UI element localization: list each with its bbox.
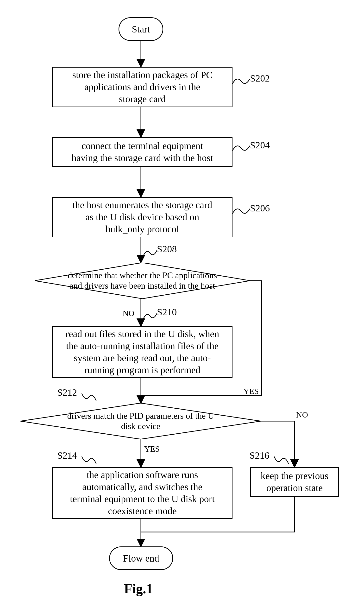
figure-label: Fig.1: [124, 581, 153, 596]
flow-arrows: [0, 0, 364, 608]
flowchart-container: Start store the installation packages of…: [0, 0, 364, 608]
